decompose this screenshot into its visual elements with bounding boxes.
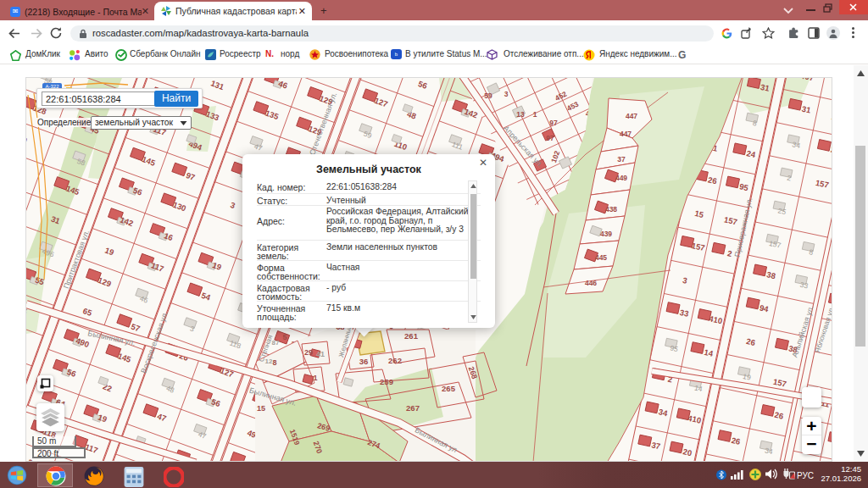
svg-text:3: 3 [504,90,509,98]
svg-text:13: 13 [516,110,525,119]
svg-text:26: 26 [731,435,742,446]
svg-text:26: 26 [707,175,718,186]
svg-text:261: 261 [404,331,419,341]
svg-text:15: 15 [257,404,265,413]
svg-text:438: 438 [605,205,617,214]
svg-text:447: 447 [626,112,637,120]
svg-text:37: 37 [617,155,626,164]
svg-text:97: 97 [549,119,558,127]
svg-text:59: 59 [484,92,492,100]
svg-text:445: 445 [595,253,607,262]
svg-text:36: 36 [359,357,369,366]
svg-text:447: 447 [620,130,632,138]
svg-text:267: 267 [406,403,420,413]
svg-text:265: 265 [442,384,456,393]
svg-text:1: 1 [313,374,317,382]
svg-text:8: 8 [272,358,276,367]
svg-text:1: 1 [533,110,537,119]
svg-text:33: 33 [679,308,690,319]
svg-text:26: 26 [745,336,756,347]
svg-text:38: 38 [765,269,776,280]
svg-text:29: 29 [304,348,313,357]
svg-text:26: 26 [774,410,785,421]
svg-text:449: 449 [615,174,627,182]
svg-text:5: 5 [282,333,287,341]
svg-text:439: 439 [600,230,612,238]
svg-text:262: 262 [388,356,402,365]
svg-text:20: 20 [682,446,693,458]
svg-text:37: 37 [651,440,662,451]
svg-text:97: 97 [546,134,554,142]
svg-text:259: 259 [380,377,393,386]
svg-text:41: 41 [316,350,325,358]
